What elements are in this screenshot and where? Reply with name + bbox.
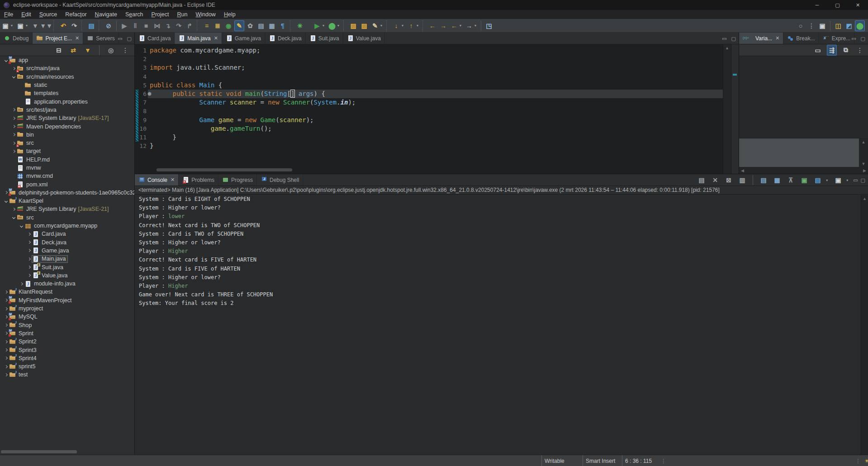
tree-item-main-java[interactable]: Main.java [0, 255, 134, 263]
c2-icon[interactable]: ✕ [710, 175, 720, 185]
editor-tab-value-java[interactable]: Value.java [343, 33, 385, 44]
collapse-arrow-icon[interactable] [10, 216, 17, 219]
link-icon[interactable]: ⇄ [68, 45, 78, 56]
dropdown-arrow-icon[interactable]: ▾ [11, 24, 15, 28]
pencil-icon[interactable]: ✎ [370, 20, 380, 31]
tree-item-mysql[interactable]: MMySQL [0, 313, 134, 321]
expand-arrow-icon[interactable] [10, 117, 17, 119]
menu-help[interactable]: Help [220, 10, 240, 19]
dots-icon[interactable]: ⋮ [806, 20, 816, 31]
doc1-icon[interactable]: ▤ [256, 20, 266, 31]
tree-item-kaartspel[interactable]: JKaartSpel [0, 197, 134, 205]
minimize-editor-icon[interactable]: ▭ [722, 36, 726, 42]
collapse-arrow-icon[interactable] [3, 59, 9, 62]
undo-icon[interactable]: ↶ [58, 20, 68, 31]
tree-item-myfirstmavenproject[interactable]: MMyFirstMavenProject [0, 296, 134, 304]
expand-arrow-icon[interactable] [10, 208, 17, 210]
persp-debug-icon[interactable]: ⬤ [855, 20, 865, 31]
expand-arrow-icon[interactable] [26, 266, 32, 268]
dots-icon[interactable]: ⋮ [120, 45, 130, 56]
collapse-all-icon[interactable]: ⊟ [54, 45, 64, 56]
menu-project[interactable]: Project [147, 10, 173, 19]
dropdown-arrow-icon[interactable]: ▾ [417, 24, 421, 28]
terminate-icon[interactable]: ■ [141, 20, 151, 31]
expand-arrow-icon[interactable] [10, 67, 17, 70]
close-icon[interactable]: ✕ [75, 35, 79, 41]
mark1-icon[interactable]: ≡ [202, 20, 212, 31]
c4-icon[interactable]: ▥ [737, 175, 747, 185]
disconnect-icon[interactable]: ⋈ [152, 20, 162, 31]
editor-hscrollbar[interactable] [147, 168, 721, 172]
tree-item-delphinitysd-pokemon-students-1ae0965c0c32[interactable]: Mdelphinitysd-pokemon-students-1ae0965c0… [0, 189, 134, 197]
expand-arrow-icon[interactable] [18, 283, 24, 285]
persp2-icon[interactable]: ◩ [844, 20, 854, 31]
tree-item-sprint2[interactable]: JSprint2 [0, 338, 134, 346]
tree-item-bin[interactable]: bin [0, 131, 134, 139]
c7-icon[interactable]: ⊼ [786, 175, 796, 185]
view-tab-problems[interactable]: ✕Problems [179, 174, 218, 185]
expand-arrow-icon[interactable] [3, 299, 9, 301]
close-button[interactable]: ✕ [848, 0, 868, 10]
tree-item-module-info-java[interactable]: module-info.java [0, 280, 134, 288]
view-tab-varia-[interactable]: (x)=Varia...✕ [739, 33, 783, 44]
export-icon[interactable]: ↑ [406, 20, 416, 31]
expand-arrow-icon[interactable] [3, 324, 9, 326]
hscroll-thumb[interactable] [157, 168, 292, 171]
menu-search[interactable]: Search [121, 10, 147, 19]
run-icon[interactable]: ▶ [312, 20, 322, 31]
step-over-icon[interactable]: ↷ [174, 20, 184, 31]
skip-bp-icon[interactable]: ⊘ [104, 20, 114, 31]
menu-edit[interactable]: Edit [17, 10, 35, 19]
c9-icon[interactable]: ▤ [813, 175, 823, 185]
right-g-icon[interactable]: → [464, 20, 474, 31]
winplus-icon[interactable]: ▣ [817, 20, 827, 31]
lastwin-icon[interactable]: ◳ [484, 20, 494, 31]
tree-item-test[interactable]: Jtest [0, 371, 134, 379]
view-tab-progress[interactable]: Progress [218, 174, 257, 185]
menu-navigate[interactable]: Navigate [91, 10, 121, 19]
tree-item-sprint5[interactable]: Jsprint5 [0, 362, 134, 371]
tree-item-pom-xml[interactable]: Mpom.xml [0, 180, 134, 188]
maximize-view-icon[interactable]: ▢ [861, 36, 865, 42]
tree-item-templates[interactable]: templates [0, 89, 134, 97]
step-return-icon[interactable]: ↱ [185, 20, 194, 31]
expand-arrow-icon[interactable] [10, 150, 17, 152]
dropdown-arrow-icon[interactable]: ▾ [460, 24, 464, 28]
expand-arrow-icon[interactable] [3, 316, 9, 318]
tree-item-klantrequest[interactable]: JKlantRequest [0, 288, 134, 296]
doc2-icon[interactable]: ▦ [267, 20, 277, 31]
tree-item-suit-java[interactable]: ESuit.java [0, 263, 134, 271]
view-tab-break-[interactable]: Break... [783, 33, 819, 44]
left-icon[interactable]: ← [449, 20, 459, 31]
editor-tab-game-java[interactable]: Game.java [222, 33, 265, 44]
dropdown-arrow-icon[interactable]: ▾ [474, 24, 479, 28]
editor-tab-deck-java[interactable]: Deck.java [265, 33, 306, 44]
expand-arrow-icon[interactable] [26, 274, 32, 276]
dropdown-arrow-icon[interactable]: ▾ [846, 178, 850, 182]
c1-icon[interactable]: ▤ [697, 175, 707, 185]
dropdown-arrow-icon[interactable]: ▾ [402, 24, 406, 28]
minimize-button[interactable]: ─ [807, 0, 827, 10]
expand-arrow-icon[interactable] [3, 341, 9, 343]
dropdown-arrow-icon[interactable]: ▾ [323, 24, 327, 28]
tree-item-help-md[interactable]: WHELP.md [0, 156, 134, 164]
close-icon[interactable]: ✕ [171, 177, 175, 183]
folder1-icon[interactable]: ▨ [348, 20, 358, 31]
tree-item-src-main-resources[interactable]: src/main/resources [0, 73, 134, 81]
tree-item-sprint[interactable]: MSprint [0, 329, 134, 338]
tree-item-src-test-java[interactable]: src/test/java [0, 106, 134, 114]
maximize-view-icon[interactable]: ▢ [127, 36, 132, 42]
console-output[interactable]: System : Card is EIGHT of SCHOPPENSystem… [135, 195, 861, 455]
editor-tab-card-java[interactable]: Card.java [135, 33, 175, 44]
expand-arrow-icon[interactable] [10, 142, 17, 144]
new-project-icon[interactable]: ▣ [15, 20, 25, 31]
menu-source[interactable]: Source [35, 10, 62, 19]
tree-item-jre-system-library[interactable]: JRE System Library[JavaSE-21] [0, 205, 134, 213]
dropdown-arrow-icon[interactable]: ▾ [380, 24, 384, 28]
tree-item-static[interactable]: static [0, 81, 134, 89]
menu-window[interactable]: Window [191, 10, 219, 19]
code-editor[interactable]: 1package com.mycardgame.myapp;23import j… [135, 44, 723, 174]
debug-icon[interactable]: ⬤ [327, 20, 337, 31]
maximize-view-icon[interactable]: ▢ [861, 177, 865, 183]
dropdown-arrow-icon[interactable]: ▾ [826, 178, 830, 182]
